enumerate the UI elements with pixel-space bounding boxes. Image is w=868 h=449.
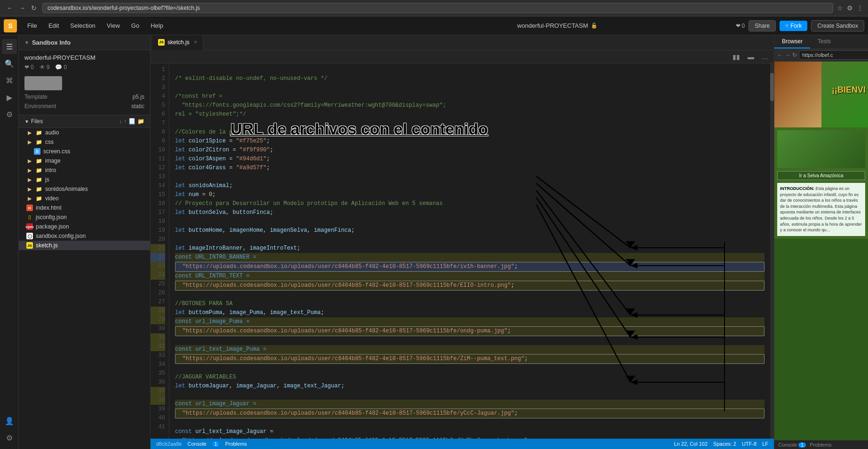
vertical-scrollbar[interactable] — [770, 63, 774, 439]
git-icon[interactable]: ⌘ — [2, 73, 17, 88]
split-vertical-button[interactable]: ▬ — [745, 52, 757, 62]
list-item[interactable]: {} jsconfig.json — [19, 213, 150, 222]
editor-area: JS sketch.js × ▮▮ ▬ … 1 2 3 4 5 6 7 8 9 — [151, 35, 774, 449]
problems-label[interactable]: Problems — [225, 441, 247, 447]
bookmark-icon[interactable]: ☆ — [837, 4, 843, 12]
menu-selection[interactable]: Selection — [65, 20, 100, 31]
list-item[interactable]: S screen.css — [19, 147, 150, 156]
encoding-info: UTF-8 — [742, 441, 757, 447]
files-actions: ↓ ↑ 📃 📁 — [119, 118, 144, 125]
console-bar: Console 1 Problems — [774, 440, 868, 449]
heart-button[interactable]: ❤ 0 — [736, 23, 745, 29]
new-folder-icon[interactable]: 📁 — [137, 118, 144, 125]
list-item[interactable]: ◯ sandbox.config.json — [19, 231, 150, 241]
folder-color-icon: 📁 — [36, 167, 42, 173]
html-file-icon: H — [26, 205, 33, 211]
preview-url-bar[interactable] — [799, 50, 868, 60]
list-item[interactable]: JS sketch.js — [19, 241, 150, 250]
sort-up-icon[interactable]: ↑ — [124, 118, 127, 125]
file-name: intro — [45, 167, 56, 173]
preview-forward-button[interactable]: → — [785, 52, 790, 58]
goto-selva-button[interactable]: Ir a Selva Amazónica — [777, 171, 865, 180]
folder-icon: ▶ — [26, 176, 33, 183]
console-tab[interactable]: Console 1 — [778, 442, 806, 448]
preview-back-button[interactable]: ← — [777, 52, 783, 58]
run-icon[interactable]: ▶ — [2, 90, 17, 105]
account-icon[interactable]: 👤 — [2, 413, 17, 428]
problems-tab-label: Problems — [810, 442, 831, 448]
more-options-button[interactable]: … — [759, 52, 771, 62]
folder-icon: ▶ — [26, 158, 33, 164]
list-item[interactable]: ▶ 📁 audio — [19, 128, 150, 137]
extensions-icon[interactable]: ⚙ — [2, 107, 17, 122]
menu-edit[interactable]: Edit — [44, 20, 64, 31]
file-name: sonidosAnimales — [45, 186, 88, 192]
tab-tests[interactable]: Tests — [810, 35, 838, 48]
list-item[interactable]: npm package.json — [19, 222, 150, 231]
sort-down-icon[interactable]: ↓ — [119, 118, 122, 125]
js-file-icon: JS — [26, 242, 33, 249]
folder-color-icon: 📁 — [36, 186, 42, 192]
views-stat: 👁 9 — [40, 64, 50, 71]
menu-view[interactable]: View — [102, 20, 125, 31]
tab-sketch-js[interactable]: JS sketch.js × — [152, 35, 203, 50]
list-item[interactable]: ▶ 📁 sonidosAnimales — [19, 184, 150, 194]
file-tree: ▶ 📁 audio ▶ 📁 css S screen.css ▶ 📁 image — [19, 128, 150, 449]
folder-icon: ▶ — [26, 186, 33, 192]
settings-icon[interactable]: ⚙ — [2, 430, 17, 445]
menu-go[interactable]: Go — [127, 20, 144, 31]
create-sandbox-button[interactable]: Create Sandbox — [811, 20, 864, 32]
list-item[interactable]: ▶ 📁 intro — [19, 165, 150, 175]
editor-toolbar: ▮▮ ▬ … — [151, 50, 774, 63]
scrollbar-thumb[interactable] — [770, 73, 774, 101]
environment-value: static — [131, 103, 144, 110]
code-editor: 1 2 3 4 5 6 7 8 9 10 11 12 13 14 15 16 1… — [151, 63, 774, 439]
preview-tabs: Browser Tests — [774, 35, 868, 49]
comments-count: 0 — [64, 64, 67, 71]
list-item[interactable]: ▶ 📁 video — [19, 194, 150, 203]
list-item[interactable]: ▶ 📁 js — [19, 175, 150, 184]
list-item[interactable]: ▶ 📁 image — [19, 156, 150, 165]
spaces-info: Spaces: 2 — [713, 441, 736, 447]
fork-button[interactable]: ⑂ Fork — [780, 21, 807, 31]
eol-info: LF — [762, 441, 768, 447]
files-arrow-icon: ▼ — [24, 119, 29, 124]
search-icon[interactable]: 🔍 — [2, 56, 17, 71]
preview-toolbar: ← → ↻ — [774, 49, 868, 62]
app-bar: S File Edit Selection View Go Help wonde… — [0, 16, 868, 35]
list-item[interactable]: H index.html — [19, 203, 150, 213]
status-bar: d8cb2aa8e Console 1 Problems Ln 22, Col … — [151, 439, 774, 449]
new-file-icon[interactable]: 📃 — [128, 118, 135, 125]
explorer-icon[interactable]: ☰ — [2, 39, 17, 54]
split-horizontal-button[interactable]: ▮▮ — [730, 52, 743, 62]
console-label[interactable]: Console — [187, 441, 206, 447]
list-item[interactable]: ▶ 📁 css — [19, 137, 150, 147]
browser-chrome: ← → ↻ ☆ ⚙ ⋮ — [0, 0, 868, 16]
css-file-icon: S — [34, 148, 40, 155]
forward-button[interactable]: → — [17, 3, 27, 13]
environment-row: Environment static — [19, 102, 150, 111]
app-actions: ❤ 0 Share ⑂ Fork Create Sandbox — [736, 20, 864, 32]
refresh-button[interactable]: ↻ — [29, 3, 39, 13]
menu-icon[interactable]: ⋮ — [857, 4, 863, 12]
problems-tab[interactable]: Problems — [810, 442, 831, 448]
back-button[interactable]: ← — [5, 3, 15, 13]
sandbox-name: wonderful-PROYECTASM — [19, 50, 150, 63]
template-value: p5.js — [133, 94, 144, 100]
preview-body: Ir a Selva Amazónica INTRODUCCIÓN: Esta … — [774, 127, 868, 239]
browser-preview: Browser Tests ← → ↻ ¡¡BIENVI Ir a Selva — [774, 35, 868, 449]
codesandbox-file-icon: ◯ — [26, 233, 33, 239]
address-bar[interactable] — [42, 3, 833, 13]
preview-refresh-button[interactable]: ↻ — [792, 52, 797, 58]
menu-help[interactable]: Help — [146, 20, 168, 31]
folder-color-icon: 📁 — [36, 139, 42, 145]
tab-close-button[interactable]: × — [194, 39, 197, 45]
file-name: package.json — [36, 223, 69, 230]
sandbox-info-header[interactable]: ▼ Sandbox Info — [19, 35, 150, 50]
share-button[interactable]: Share — [749, 20, 776, 32]
tab-browser[interactable]: Browser — [774, 35, 810, 48]
extension-icon[interactable]: ⚙ — [847, 4, 853, 12]
tab-js-icon: JS — [158, 39, 165, 46]
menu-file[interactable]: File — [23, 20, 42, 31]
code-content[interactable]: /* eslint-disable no-undef, no-unused-va… — [169, 63, 770, 439]
